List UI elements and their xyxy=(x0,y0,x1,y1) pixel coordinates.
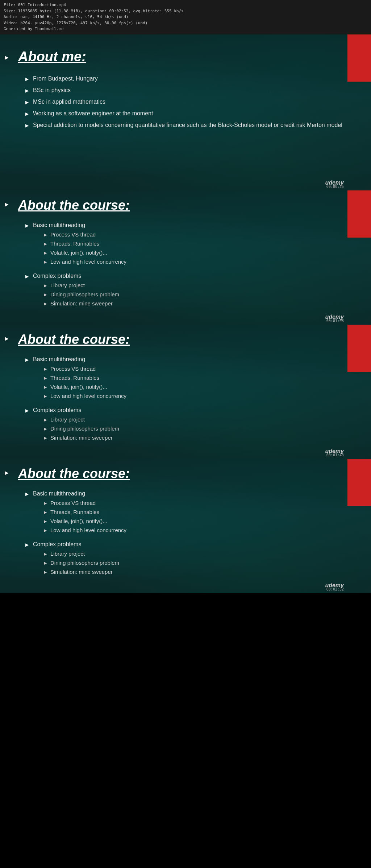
sub-arrow: ▶ xyxy=(44,427,47,431)
sub-arrow: ▶ xyxy=(44,367,47,371)
bullet-arrow: ▶ xyxy=(25,223,29,228)
sub-arrow: ▶ xyxy=(44,510,47,515)
slide-about-course-1: About the course: ▶ Basic multithreading… xyxy=(0,190,371,325)
slide4-sub-item-1: ▶ Process VS thread xyxy=(44,500,126,506)
slide3-basic-multithreading: ▶ Basic multithreading ▶ Process VS thre… xyxy=(25,356,353,402)
slide4-sub-item-6: ▶ Dining philosophers problem xyxy=(44,560,119,566)
slide-about-course-2: About the course: ▶ Basic multithreading… xyxy=(0,325,371,459)
file-info-line5: Generated by Thumbnail.me xyxy=(4,26,367,32)
slide3-complex-problems: ▶ Complex problems ▶ Library project ▶ D… xyxy=(25,407,353,444)
slide-about-course-3: About the course: ▶ Basic multithreading… xyxy=(0,459,371,593)
slide4-sub-item-5: ▶ Library project xyxy=(44,551,119,557)
bullet-arrow: ▶ xyxy=(25,100,29,105)
timestamp-2: 00:01:08 xyxy=(326,319,344,323)
file-info-line2: Size: 11935085 bytes (11.38 MiB), durati… xyxy=(4,8,367,15)
slide2-sub-item-6: ▶ Dining philosophers problem xyxy=(44,291,119,297)
slide3-sub-item-5: ▶ Library project xyxy=(44,416,119,423)
slide2-sub-item-2: ▶ Threads, Runnables xyxy=(44,240,126,247)
slide2-sub-list-2: ▶ Library project ▶ Dining philosophers … xyxy=(33,282,119,307)
slide4-complex-problems: ▶ Complex problems ▶ Library project ▶ D… xyxy=(25,541,353,578)
bullet-arrow: ▶ xyxy=(25,111,29,116)
slide2-basic-multithreading: ▶ Basic multithreading ▶ Process VS thre… xyxy=(25,222,353,268)
sub-arrow: ▶ xyxy=(44,528,47,533)
slide2-sub-item-5: ▶ Library project xyxy=(44,282,119,288)
sub-arrow: ▶ xyxy=(44,385,47,390)
sub-arrow: ▶ xyxy=(44,301,47,306)
slide4-sub-item-2: ▶ Threads, Runnables xyxy=(44,509,126,515)
timestamp-3: 00:01:43 xyxy=(326,453,344,457)
slide4-bullet-list: ▶ Basic multithreading ▶ Process VS thre… xyxy=(18,490,353,578)
file-info-bar: File: 001 Introduction.mp4 Size: 1193508… xyxy=(0,0,371,34)
slide1-item-2: ▶ BSc in physics xyxy=(25,87,353,94)
bullet-arrow: ▶ xyxy=(25,491,29,497)
slide3-sub-list-1: ▶ Process VS thread ▶ Threads, Runnables… xyxy=(33,366,126,399)
slide1-item-4: ▶ Working as a software engineer at the … xyxy=(25,110,353,117)
slide4-title: About the course: xyxy=(18,466,353,481)
slide-about-me: About me: ▶ From Budapest, Hungary ▶ BSc… xyxy=(0,34,371,190)
slide4-sub-item-3: ▶ Volatile, join(), notify()... xyxy=(44,518,126,524)
sub-arrow: ▶ xyxy=(44,552,47,556)
sub-arrow: ▶ xyxy=(44,242,47,246)
sub-arrow: ▶ xyxy=(44,417,47,422)
file-info-line4: Video: h264, yuv420p, 1278x720, 497 kb/s… xyxy=(4,20,367,26)
timestamp-1: 00:00:35 xyxy=(326,185,344,189)
slide3-sub-item-4: ▶ Low and high level concurrency xyxy=(44,393,126,399)
red-corner-decoration xyxy=(347,34,371,82)
slide3-bullet-list: ▶ Basic multithreading ▶ Process VS thre… xyxy=(18,356,353,444)
bullet-arrow: ▶ xyxy=(25,123,29,128)
cursor-indicator-4 xyxy=(5,472,10,476)
red-corner-decoration-4 xyxy=(347,459,371,506)
slide3-sub-item-6: ▶ Dining philosophers problem xyxy=(44,425,119,432)
sub-arrow: ▶ xyxy=(44,376,47,380)
slide4-sub-list-2: ▶ Library project ▶ Dining philosophers … xyxy=(33,551,119,575)
cursor-indicator-3 xyxy=(5,337,10,342)
slide3-sub-item-1: ▶ Process VS thread xyxy=(44,366,126,372)
slide2-sub-item-4: ▶ Low and high level concurrency xyxy=(44,259,126,265)
timestamp-4: 00:02:52 xyxy=(326,587,344,591)
bullet-arrow: ▶ xyxy=(25,408,29,413)
slide2-complex-problems: ▶ Complex problems ▶ Library project ▶ D… xyxy=(25,273,353,309)
slide4-basic-multithreading: ▶ Basic multithreading ▶ Process VS thre… xyxy=(25,490,353,536)
slide2-bullet-list: ▶ Basic multithreading ▶ Process VS thre… xyxy=(18,222,353,309)
sub-arrow: ▶ xyxy=(44,260,47,264)
slide1-item-3: ▶ MSc in applied mathematics xyxy=(25,99,353,105)
sub-arrow: ▶ xyxy=(44,519,47,524)
slide2-sub-list-1: ▶ Process VS thread ▶ Threads, Runnables… xyxy=(33,231,126,265)
sub-arrow: ▶ xyxy=(44,292,47,297)
sub-arrow: ▶ xyxy=(44,436,47,440)
red-corner-decoration-2 xyxy=(347,190,371,238)
bullet-arrow: ▶ xyxy=(25,88,29,93)
sub-arrow: ▶ xyxy=(44,394,47,399)
slide4-sub-item-4: ▶ Low and high level concurrency xyxy=(44,527,126,533)
slide1-title: About me: xyxy=(18,49,353,65)
slide2-sub-item-3: ▶ Volatile, join(), notify()... xyxy=(44,250,126,256)
file-info-line3: Audio: aac, 44100 Hz, 2 channels, s16, 5… xyxy=(4,14,367,20)
slide1-item-5: ▶ Special addiction to models concerning… xyxy=(25,122,353,128)
sub-arrow: ▶ xyxy=(44,570,47,575)
sub-arrow: ▶ xyxy=(44,233,47,237)
bullet-arrow: ▶ xyxy=(25,274,29,279)
cursor-indicator-2 xyxy=(5,203,10,207)
bullet-arrow: ▶ xyxy=(25,542,29,547)
bullet-arrow: ▶ xyxy=(25,357,29,362)
slide2-title: About the course: xyxy=(18,198,353,213)
slide1-item-1: ▶ From Budapest, Hungary xyxy=(25,75,353,82)
slide2-sub-item-1: ▶ Process VS thread xyxy=(44,231,126,238)
sub-arrow: ▶ xyxy=(44,251,47,255)
sub-arrow: ▶ xyxy=(44,501,47,506)
slide3-sub-item-7: ▶ Simulation: mine sweeper xyxy=(44,435,119,441)
slide3-title: About the course: xyxy=(18,332,353,347)
slide3-sub-item-3: ▶ Volatile, join(), notify()... xyxy=(44,384,126,390)
slide4-sub-list-1: ▶ Process VS thread ▶ Threads, Runnables… xyxy=(33,500,126,533)
slide2-sub-item-7: ▶ Simulation: mine sweeper xyxy=(44,300,119,307)
slide1-bullet-list: ▶ From Budapest, Hungary ▶ BSc in physic… xyxy=(18,75,353,128)
cursor-indicator xyxy=(5,56,10,61)
slide3-sub-item-2: ▶ Threads, Runnables xyxy=(44,375,126,381)
file-info-line1: File: 001 Introduction.mp4 xyxy=(4,2,367,8)
sub-arrow: ▶ xyxy=(44,561,47,565)
sub-arrow: ▶ xyxy=(44,283,47,288)
red-corner-decoration-3 xyxy=(347,325,371,372)
slide4-sub-item-7: ▶ Simulation: mine sweeper xyxy=(44,569,119,575)
slide3-sub-list-2: ▶ Library project ▶ Dining philosophers … xyxy=(33,416,119,441)
bullet-arrow: ▶ xyxy=(25,77,29,82)
